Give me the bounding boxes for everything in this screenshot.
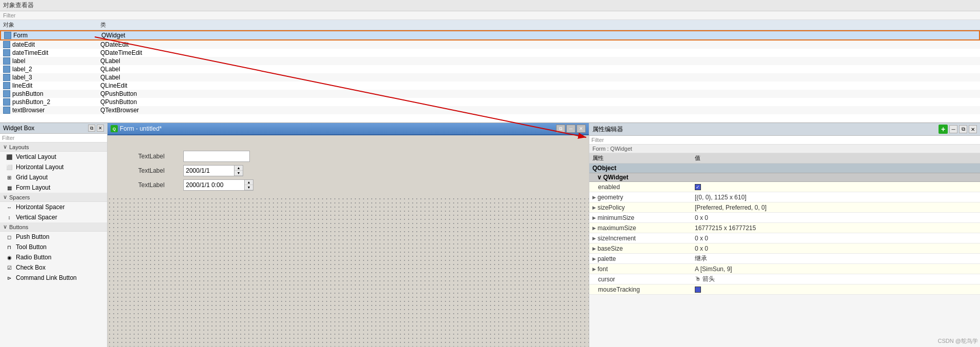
- csdn-watermark: CSDN @鸵鸟学: [938, 337, 978, 345]
- form-designer: Q Form - untitled* ⧉ ─ ✕ TextLabel TextL…: [108, 123, 589, 347]
- widget-item-1-1[interactable]: ↕ Vertical Spacer: [0, 212, 107, 222]
- widget-section-header-1[interactable]: ∨Spacers: [0, 193, 107, 202]
- prop-row-1-8[interactable]: ▶font A [SimSun, 9]: [589, 264, 980, 274]
- obj-row-name-0: Form: [4, 32, 101, 39]
- widget-item-1-0[interactable]: ↔ Horizontal Spacer: [0, 202, 107, 212]
- obj-row-class-1: QDateEdit: [100, 41, 977, 48]
- widget-icon-1-0: ↔: [5, 203, 13, 211]
- prop-name-1-6: ▶baseSize: [592, 245, 695, 252]
- obj-row-5[interactable]: label_3 QLabel: [0, 73, 980, 81]
- widget-box-close-btn[interactable]: ✕: [97, 125, 104, 132]
- form-restore-btn[interactable]: ⧉: [556, 125, 565, 133]
- widget-label-2-0: Push Button: [16, 233, 49, 240]
- form-close-btn[interactable]: ✕: [577, 125, 586, 133]
- prop-name-1-2: ▶sizePolicy: [592, 204, 695, 211]
- obj-row-9[interactable]: textBrowser QTextBrowser: [0, 106, 980, 114]
- widget-label-2-1: Tool Button: [16, 243, 47, 251]
- form-datetime-input[interactable]: [183, 179, 245, 191]
- object-inspector-filter[interactable]: Filter: [0, 11, 980, 20]
- prop-val-1-3: 0 x 0: [695, 214, 977, 221]
- widget-label-0-3: Form Layout: [16, 184, 50, 191]
- form-label-3: TextLabel: [138, 181, 179, 189]
- form-minimize-btn[interactable]: ─: [566, 125, 576, 133]
- obj-row-2[interactable]: dateTimeEdit QDateTimeEdit: [0, 49, 980, 57]
- form-datetime-spin-btns: ▲ ▼: [245, 179, 253, 191]
- prop-close-btn[interactable]: ✕: [969, 125, 977, 133]
- prop-checkbox-1-10[interactable]: [695, 287, 701, 293]
- form-datetime-spin-down[interactable]: ▼: [245, 185, 253, 190]
- prop-val-1-6: 0 x 0: [695, 245, 977, 252]
- prop-row-1-2[interactable]: ▶sizePolicy [Preferred, Preferred, 0, 0]: [589, 202, 980, 213]
- obj-row-name-6: lineEdit: [3, 82, 100, 89]
- obj-row-4[interactable]: label_2 QLabel: [0, 65, 980, 73]
- obj-row-icon-3: [3, 57, 10, 65]
- form-datetime-spin-up[interactable]: ▲: [245, 180, 253, 185]
- widget-item-2-2[interactable]: ◉ Radio Button: [0, 252, 107, 262]
- widget-icon-0-0: ⬛: [5, 153, 13, 161]
- widget-item-2-3[interactable]: ☑ Check Box: [0, 262, 107, 273]
- widget-icon-2-1: ⊓: [5, 243, 13, 251]
- widget-item-0-3[interactable]: ▦ Form Layout: [0, 182, 107, 193]
- obj-row-class-8: QPushButton: [100, 98, 977, 106]
- prop-row-1-9[interactable]: cursor 🖱 箭头: [589, 274, 980, 284]
- prop-section-0: QObject: [589, 164, 980, 173]
- prop-val-1-5: 0 x 0: [695, 235, 977, 242]
- prop-table-header: 属性 值: [589, 153, 980, 164]
- prop-row-1-1[interactable]: ▶geometry [(0, 0), 1125 x 610]: [589, 192, 980, 202]
- obj-row-8[interactable]: pushButton_2 QPushButton: [0, 98, 980, 106]
- form-canvas-inner: TextLabel TextLabel ▲ ▼ TextLabel: [138, 151, 548, 194]
- prop-restore-btn[interactable]: ⧉: [959, 125, 967, 133]
- obj-row-icon-2: [3, 49, 10, 56]
- prop-row-1-0[interactable]: enabled ✓: [589, 182, 980, 192]
- form-input-text[interactable]: [183, 151, 250, 162]
- prop-minus-btn[interactable]: ─: [949, 125, 957, 133]
- prop-row-1-3[interactable]: ▶minimumSize 0 x 0: [589, 213, 980, 223]
- prop-row-1-6[interactable]: ▶baseSize 0 x 0: [589, 243, 980, 254]
- obj-row-class-5: QLabel: [100, 74, 977, 81]
- widget-item-2-0[interactable]: ◻ Push Button: [0, 232, 107, 242]
- obj-row-1[interactable]: dateEdit QDateEdit: [0, 40, 980, 49]
- form-date-input[interactable]: [183, 165, 235, 176]
- obj-row-class-7: QPushButton: [100, 90, 977, 97]
- widget-label-1-0: Horizontal Spacer: [16, 203, 65, 211]
- widget-item-0-0[interactable]: ⬛ Vertical Layout: [0, 152, 107, 162]
- obj-row-icon-1: [3, 41, 10, 48]
- object-inspector-title: 对象查看器: [0, 0, 980, 11]
- prop-row-1-4[interactable]: ▶maximumSize 16777215 x 16777215: [589, 223, 980, 233]
- prop-subsection-1[interactable]: ∨QWidget: [589, 173, 980, 182]
- widget-label-0-2: Grid Layout: [16, 174, 48, 181]
- prop-filter[interactable]: Filter: [589, 136, 980, 145]
- widget-section-header-0[interactable]: ∨Layouts: [0, 142, 107, 152]
- widget-icon-2-0: ◻: [5, 233, 13, 241]
- prop-row-1-10[interactable]: mouseTracking: [589, 284, 980, 295]
- widget-section-header-2[interactable]: ∨Buttons: [0, 222, 107, 232]
- widget-item-0-2[interactable]: ⊞ Grid Layout: [0, 172, 107, 182]
- obj-row-name-5: label_3: [3, 74, 100, 81]
- widget-item-2-1[interactable]: ⊓ Tool Button: [0, 242, 107, 252]
- obj-row-3[interactable]: label QLabel: [0, 57, 980, 65]
- widget-box-restore-btn[interactable]: ⧉: [88, 125, 95, 132]
- widget-label-1-1: Vertical Spacer: [16, 214, 57, 221]
- prop-name-1-4: ▶maximumSize: [592, 224, 695, 232]
- form-date-spin-up[interactable]: ▲: [235, 166, 243, 171]
- obj-row-6[interactable]: lineEdit QLineEdit: [0, 81, 980, 90]
- widget-icon-2-4: ⊳: [5, 274, 13, 282]
- obj-row-7[interactable]: pushButton QPushButton: [0, 90, 980, 98]
- widget-item-2-4[interactable]: ⊳ Command Link Button: [0, 273, 107, 283]
- form-datetime-field: ▲ ▼: [183, 179, 253, 191]
- widget-box-filter[interactable]: Filter: [0, 134, 107, 142]
- prop-row-1-7[interactable]: ▶palette 继承: [589, 254, 980, 264]
- widget-label-2-3: Check Box: [16, 264, 46, 271]
- form-label-1: TextLabel: [138, 153, 179, 160]
- obj-row-class-4: QLabel: [100, 66, 977, 73]
- obj-row-0[interactable]: Form QWidget: [0, 30, 980, 40]
- prop-row-1-5[interactable]: ▶sizeIncrement 0 x 0: [589, 233, 980, 243]
- prop-checkbox-1-0[interactable]: ✓: [695, 184, 701, 190]
- widget-label-0-0: Vertical Layout: [16, 153, 56, 160]
- widget-item-0-1[interactable]: ⬜ Horizontal Layout: [0, 162, 107, 172]
- form-titlebar: Q Form - untitled* ⧉ ─ ✕: [108, 123, 589, 135]
- prop-add-btn[interactable]: +: [939, 125, 948, 134]
- prop-name-1-0: enabled: [592, 183, 695, 191]
- form-date-spin-down[interactable]: ▼: [235, 171, 243, 176]
- object-table-header: 对象 类: [0, 20, 980, 30]
